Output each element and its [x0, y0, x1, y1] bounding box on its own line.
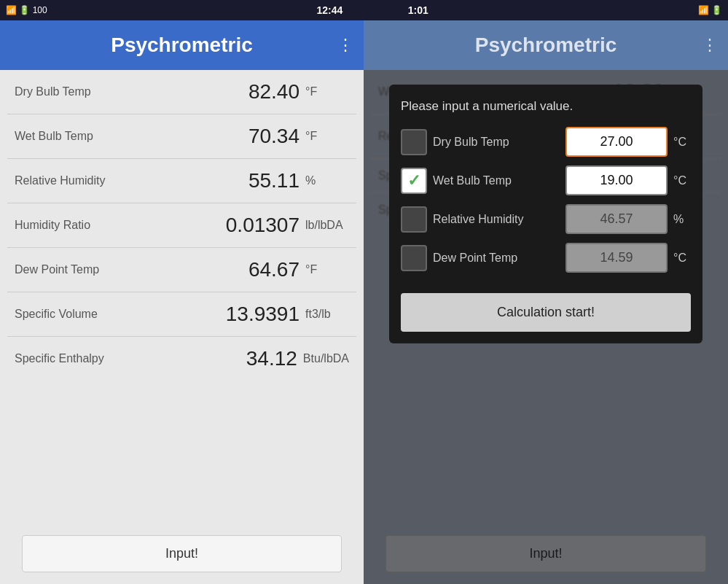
input-dry-bulb[interactable] — [565, 127, 668, 157]
left-data-container: Dry Bulb Temp 82.40 °F Wet Bulb Temp 70.… — [0, 70, 364, 523]
status-bar-right: 📶 🔋 — [698, 5, 722, 15]
value-dry-bulb: 82.40 — [248, 80, 300, 104]
left-menu-icon[interactable]: ⋮ — [337, 36, 353, 55]
modal-label-dew-point: Dew Point Temp — [433, 252, 560, 265]
modal-label-wet-bulb: Wet Bulb Temp — [433, 174, 560, 187]
status-bar-left: 📶 🔋 100 — [6, 5, 47, 15]
unit-specific-volume: ft3/lb — [305, 308, 349, 321]
status-icons-left: 📶 🔋 100 — [6, 5, 47, 15]
unit-rel-humidity: % — [305, 174, 349, 187]
modal-box: Please input a numerical value. Dry Bulb… — [389, 85, 702, 343]
unit-specific-enthalpy: Btu/lbDA — [303, 352, 349, 365]
status-bar-center: 12:44 1:01 — [317, 4, 428, 16]
modal-row-rel-humidity: Relative Humidity % — [401, 204, 691, 234]
value-rel-humidity: 55.11 — [248, 169, 300, 192]
modal-label-rel-humidity: Relative Humidity — [433, 213, 560, 226]
left-app-bar: Psychrometric ⋮ — [0, 20, 364, 70]
unit-dew-point: °F — [305, 263, 349, 276]
input-rel-humidity — [565, 204, 668, 234]
label-humidity-ratio: Humidity Ratio — [15, 219, 226, 232]
right-app-bar: Psychrometric ⋮ — [364, 20, 728, 70]
label-dew-point: Dew Point Temp — [15, 263, 248, 276]
right-app-title: Psychrometric — [475, 34, 617, 57]
label-wet-bulb: Wet Bulb Temp — [15, 130, 248, 143]
unit-modal-dry-bulb: °C — [673, 136, 691, 149]
value-specific-volume: 13.9391 — [226, 303, 300, 326]
checkbox-rel-humidity[interactable] — [401, 206, 427, 233]
time-left: 12:44 — [317, 4, 343, 16]
unit-modal-dew-point: °C — [673, 252, 691, 265]
table-row: Dew Point Temp 64.67 °F — [7, 248, 356, 292]
unit-humidity-ratio: lb/lbDA — [305, 219, 349, 232]
calculation-start-button[interactable]: Calculation start! — [401, 293, 691, 332]
checkbox-wet-bulb[interactable]: ✓ — [401, 168, 427, 194]
time-right: 1:01 — [408, 4, 428, 16]
checkbox-dew-point[interactable] — [401, 245, 427, 271]
input-wet-bulb[interactable] — [565, 166, 668, 195]
table-row: Specific Enthalpy 34.12 Btu/lbDA — [7, 337, 356, 381]
modal-label-dry-bulb: Dry Bulb Temp — [433, 136, 560, 149]
status-icons-right: 📶 🔋 — [698, 5, 722, 15]
table-row: Wet Bulb Temp 70.34 °F — [7, 114, 356, 159]
status-bar: 📶 🔋 100 12:44 1:01 📶 🔋 — [0, 0, 728, 20]
modal-title: Please input a numerical value. — [401, 99, 691, 114]
right-menu-icon[interactable]: ⋮ — [702, 36, 718, 55]
table-row: Relative Humidity 55.11 % — [7, 159, 356, 203]
modal-row-dew-point: Dew Point Temp °C — [401, 243, 691, 273]
right-panel: Psychrometric ⋮ Wet Bulb Temp 19.00 °C R… — [364, 20, 728, 584]
label-specific-volume: Specific Volume — [15, 308, 226, 321]
value-wet-bulb: 70.34 — [248, 125, 300, 148]
modal-overlay: Please input a numerical value. Dry Bulb… — [364, 70, 728, 584]
table-row: Specific Volume 13.9391 ft3/lb — [7, 292, 356, 337]
input-dew-point — [565, 243, 668, 273]
table-row: Humidity Ratio 0.01307 lb/lbDA — [7, 203, 356, 248]
label-specific-enthalpy: Specific Enthalpy — [15, 352, 246, 365]
checkbox-dry-bulb[interactable] — [401, 129, 427, 155]
checkmark-icon: ✓ — [407, 171, 420, 190]
table-row: Dry Bulb Temp 82.40 °F — [7, 70, 356, 114]
unit-modal-rel-humidity: % — [673, 213, 691, 226]
label-rel-humidity: Relative Humidity — [15, 174, 248, 187]
value-specific-enthalpy: 34.12 — [246, 347, 297, 370]
unit-wet-bulb: °F — [305, 130, 349, 143]
modal-row-wet-bulb: ✓ Wet Bulb Temp °C — [401, 166, 691, 195]
value-humidity-ratio: 0.01307 — [226, 214, 300, 237]
left-input-button[interactable]: Input! — [22, 535, 342, 572]
modal-row-dry-bulb: Dry Bulb Temp °C — [401, 127, 691, 157]
main-content: Psychrometric ⋮ Dry Bulb Temp 82.40 °F W… — [0, 20, 728, 584]
value-dew-point: 64.67 — [248, 258, 300, 281]
label-dry-bulb: Dry Bulb Temp — [15, 85, 248, 98]
unit-modal-wet-bulb: °C — [673, 174, 691, 187]
unit-dry-bulb: °F — [305, 85, 349, 98]
left-panel: Psychrometric ⋮ Dry Bulb Temp 82.40 °F W… — [0, 20, 364, 584]
left-input-btn-area: Input! — [0, 523, 364, 584]
left-app-title: Psychrometric — [111, 34, 253, 57]
